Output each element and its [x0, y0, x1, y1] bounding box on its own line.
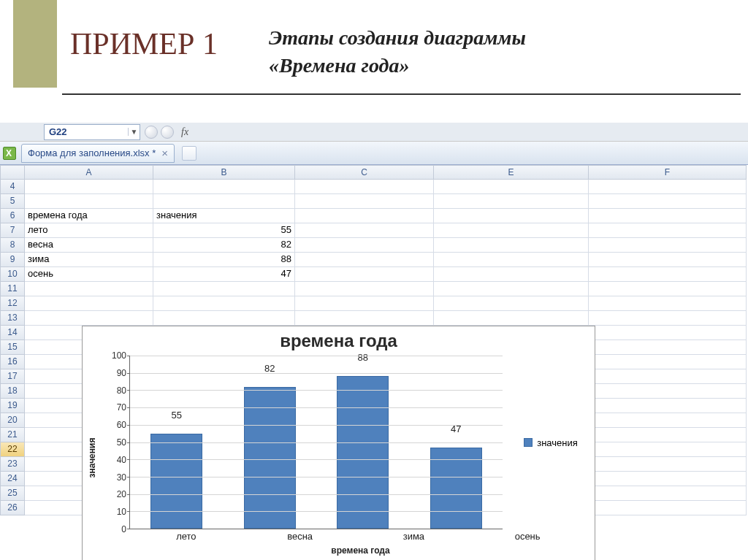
cell-F25[interactable] [589, 486, 747, 501]
row-header-10[interactable]: 10 [0, 267, 25, 282]
cell-C4[interactable] [295, 180, 434, 194]
row-header-9[interactable]: 9 [0, 253, 25, 267]
cell-C7[interactable] [295, 223, 434, 238]
cell-E7[interactable] [434, 223, 589, 238]
row-header-13[interactable]: 13 [0, 311, 25, 326]
row-header-6[interactable]: 6 [0, 209, 25, 223]
cell-A6[interactable]: времена года [25, 209, 153, 223]
cell-F14[interactable] [589, 326, 747, 340]
cell-E13[interactable] [434, 311, 589, 326]
row-header-20[interactable]: 20 [0, 413, 25, 428]
row-header-16[interactable]: 16 [0, 355, 25, 369]
row-header-17[interactable]: 17 [0, 369, 25, 384]
cell-A4[interactable] [25, 180, 153, 194]
row-header-22[interactable]: 22 [0, 442, 25, 457]
cell-A13[interactable] [25, 311, 153, 326]
name-box-dropdown-icon[interactable]: ▼ [128, 128, 140, 136]
cell-B11[interactable] [153, 282, 295, 296]
close-icon[interactable]: × [161, 147, 168, 159]
col-header-C[interactable]: C [295, 165, 434, 180]
cell-F16[interactable] [589, 355, 747, 369]
cell-B4[interactable] [153, 180, 295, 194]
cell-E4[interactable] [434, 180, 589, 194]
cell-B9[interactable]: 88 [153, 253, 295, 267]
row-header-7[interactable]: 7 [0, 223, 25, 238]
cell-A9[interactable]: зима [25, 253, 153, 267]
cell-B5[interactable] [153, 194, 295, 209]
col-header-A[interactable]: A [25, 165, 153, 180]
cell-B12[interactable] [153, 296, 295, 311]
cell-A5[interactable] [25, 194, 153, 209]
cell-B8[interactable]: 82 [153, 238, 295, 253]
row-header-4[interactable]: 4 [0, 180, 25, 194]
cell-B6[interactable]: значения [153, 209, 295, 223]
cell-F12[interactable] [589, 296, 747, 311]
cell-B10[interactable]: 47 [153, 267, 295, 282]
row-header-5[interactable]: 5 [0, 194, 25, 209]
cell-F7[interactable] [589, 223, 747, 238]
cell-F21[interactable] [589, 428, 747, 442]
col-header-B[interactable]: B [153, 165, 295, 180]
cell-F9[interactable] [589, 253, 747, 267]
cell-F20[interactable] [589, 413, 747, 428]
cell-E11[interactable] [434, 282, 589, 296]
row-header-24[interactable]: 24 [0, 472, 25, 486]
cell-A10[interactable]: осень [25, 267, 153, 282]
enter-formula-icon[interactable] [161, 126, 174, 139]
cell-F10[interactable] [589, 267, 747, 282]
cancel-formula-icon[interactable] [145, 126, 158, 139]
cell-C10[interactable] [295, 267, 434, 282]
cell-B13[interactable] [153, 311, 295, 326]
cell-E12[interactable] [434, 296, 589, 311]
cell-F26[interactable] [589, 501, 747, 515]
cell-F8[interactable] [589, 238, 747, 253]
cell-F6[interactable] [589, 209, 747, 223]
row-header-21[interactable]: 21 [0, 428, 25, 442]
cell-E9[interactable] [434, 253, 589, 267]
cell-E10[interactable] [434, 267, 589, 282]
row-header-23[interactable]: 23 [0, 457, 25, 472]
row-header-15[interactable]: 15 [0, 340, 25, 355]
name-box[interactable]: G22 ▼ [44, 124, 140, 140]
chart[interactable]: времена года значения 010203040506070809… [82, 326, 595, 560]
row-header-12[interactable]: 12 [0, 296, 25, 311]
new-tab-icon[interactable] [182, 146, 196, 161]
row-header-18[interactable]: 18 [0, 384, 25, 399]
cell-C6[interactable] [295, 209, 434, 223]
cell-A7[interactable]: лето [25, 223, 153, 238]
col-header-E[interactable]: E [434, 165, 589, 180]
cell-C9[interactable] [295, 253, 434, 267]
row-header-19[interactable]: 19 [0, 399, 25, 413]
cell-A12[interactable] [25, 296, 153, 311]
cell-A8[interactable]: весна [25, 238, 153, 253]
cell-C8[interactable] [295, 238, 434, 253]
workbook-tab[interactable]: Форма для заполнения.xlsx * × [21, 144, 175, 163]
cell-C12[interactable] [295, 296, 434, 311]
col-header-F[interactable]: F [589, 165, 747, 180]
select-all-corner[interactable] [0, 165, 25, 180]
cell-F19[interactable] [589, 399, 747, 413]
cell-E5[interactable] [434, 194, 589, 209]
row-header-11[interactable]: 11 [0, 282, 25, 296]
row-header-8[interactable]: 8 [0, 238, 25, 253]
cell-F11[interactable] [589, 282, 747, 296]
cell-F23[interactable] [589, 457, 747, 472]
fx-icon[interactable]: fx [181, 126, 188, 138]
cell-B7[interactable]: 55 [153, 223, 295, 238]
cell-E6[interactable] [434, 209, 589, 223]
cell-C13[interactable] [295, 311, 434, 326]
cell-F4[interactable] [589, 180, 747, 194]
cell-C5[interactable] [295, 194, 434, 209]
cell-E8[interactable] [434, 238, 589, 253]
cell-F13[interactable] [589, 311, 747, 326]
cell-C11[interactable] [295, 282, 434, 296]
cell-A11[interactable] [25, 282, 153, 296]
cell-F15[interactable] [589, 340, 747, 355]
row-header-26[interactable]: 26 [0, 501, 25, 515]
row-header-25[interactable]: 25 [0, 486, 25, 501]
cell-F17[interactable] [589, 369, 747, 384]
cell-F22[interactable] [589, 442, 747, 457]
cell-F24[interactable] [589, 472, 747, 486]
cell-F18[interactable] [589, 384, 747, 399]
cell-F5[interactable] [589, 194, 747, 209]
